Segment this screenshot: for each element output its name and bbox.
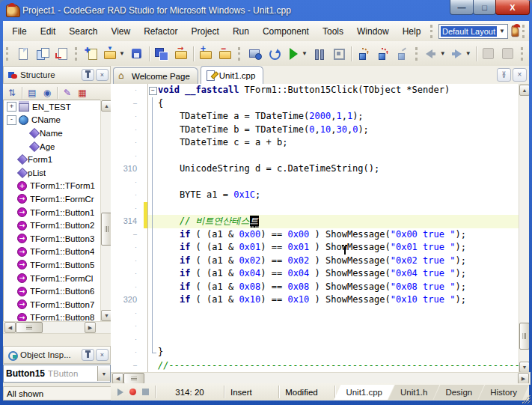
chevron-down-icon[interactable]: ▼ — [302, 50, 308, 57]
code-line[interactable]: · TDateTime c = a + b; — [111, 136, 519, 150]
scroll-up-button[interactable]: ▲ — [519, 85, 529, 96]
run-to-cursor-button[interactable] — [393, 44, 412, 64]
gutter[interactable]: · — [111, 84, 144, 97]
tree-item-tform1-tform1[interactable]: +TForm1::TForm1 — [4, 180, 101, 193]
new-items-button[interactable] — [13, 44, 33, 64]
resize-grip[interactable] — [522, 395, 531, 404]
fold-column[interactable] — [147, 228, 158, 242]
menu-edit[interactable]: Edit — [34, 23, 63, 40]
code-line[interactable]: –{ — [111, 97, 519, 111]
close-button[interactable]: X — [495, 0, 530, 15]
desktop-layout-combo[interactable]: Default Layout ▼ — [438, 24, 508, 39]
structure-close-button[interactable]: × — [96, 69, 108, 81]
collapse-icon[interactable]: - — [7, 115, 16, 125]
menu-view[interactable]: View — [104, 23, 137, 40]
chevron-down-icon[interactable]: ▼ — [497, 28, 507, 34]
file-tab-design[interactable]: Design — [433, 385, 484, 400]
gutter[interactable]: · — [111, 110, 144, 124]
trace-into-button[interactable] — [373, 44, 393, 64]
gutter[interactable]: · — [111, 281, 144, 294]
add-to-project-button[interactable] — [196, 44, 215, 64]
object-inspector-header[interactable]: Object Insp... × — [3, 346, 111, 364]
menu-file[interactable]: File — [5, 23, 33, 40]
macro-stop-button[interactable] — [140, 386, 151, 398]
menu-component[interactable]: Component — [256, 23, 316, 40]
gutter[interactable]: – — [111, 228, 144, 242]
gutter[interactable]: · — [111, 176, 144, 189]
gutter[interactable]: – — [111, 97, 144, 111]
menu-search[interactable]: Search — [62, 23, 104, 40]
file-tab-unit1-h[interactable]: Unit1.h — [388, 385, 439, 400]
menu-refactor[interactable]: Refactor — [137, 23, 184, 40]
scroll-thumb[interactable] — [519, 323, 529, 350]
fold-column[interactable] — [147, 176, 158, 189]
gutter[interactable]: · — [111, 333, 144, 347]
code-line[interactable]: 320 if ( (a1 & 0x10) == 0x10 ) ShowMessa… — [111, 293, 519, 307]
scroll-left-button[interactable]: ◀ — [4, 322, 16, 333]
code-line[interactable]: · if ( (a1 & 0x01) == 0x01 ) ShowMessage… — [111, 241, 519, 255]
tree-item-tform1-button6[interactable]: →TForm1::Button6 — [4, 284, 101, 298]
fold-column[interactable] — [147, 320, 158, 333]
fold-column[interactable] — [147, 307, 158, 320]
back-button[interactable]: ▼ — [423, 44, 448, 64]
title-bar[interactable]: Project1 - CodeGear RAD Studio for Micro… — [0, 0, 532, 21]
forward-button[interactable]: ▼ — [448, 44, 474, 64]
code-line[interactable]: · — [111, 307, 519, 320]
gutter[interactable]: · — [111, 150, 144, 163]
pin-button[interactable] — [82, 349, 94, 361]
gutter[interactable]: · — [111, 202, 144, 216]
use-unit-button[interactable] — [33, 44, 52, 64]
code-line[interactable]: ·} — [111, 346, 519, 359]
gutter[interactable]: · — [111, 255, 144, 268]
error-insight-icon[interactable]: ✎ — [60, 86, 75, 100]
tree-item-tform1-button4[interactable]: →TForm1::Button4 — [4, 246, 101, 259]
code-line[interactable]: 310 UnicodeString d = c.DateTimeString()… — [111, 162, 519, 176]
fold-column[interactable] — [147, 162, 158, 176]
tree-item-cname[interactable]: -CName — [4, 114, 101, 127]
fold-column[interactable] — [147, 255, 158, 268]
code-line[interactable]: ·−void __fastcall TForm1::Button15Click(… — [111, 84, 519, 97]
save-button[interactable] — [127, 44, 147, 64]
tree-item-tform1-button7[interactable]: →TForm1::Button7 — [4, 298, 101, 311]
gutter[interactable]: · — [111, 307, 144, 320]
code-line[interactable]: · if ( (a1 & 0x02) == 0x02 ) ShowMessage… — [111, 255, 519, 268]
code-line[interactable]: · — [111, 333, 519, 347]
code-line[interactable]: 314 // 비트연산테스트 — [111, 215, 519, 228]
step-over-button[interactable] — [354, 44, 373, 64]
sort-alpha-icon[interactable]: ⇅ — [4, 86, 19, 100]
maximize-button[interactable]: □ — [473, 0, 496, 15]
code-line[interactable]: · TDateTime a = TDateTime(2000,1,1); — [111, 110, 519, 124]
gutter[interactable]: – — [111, 359, 144, 373]
tree-item-en-test[interactable]: +EN_TEST — [4, 100, 101, 114]
fold-collapse-icon[interactable]: − — [149, 87, 157, 95]
tree-item-tform1-formcl[interactable]: →TForm1::FormCl — [4, 272, 101, 285]
gutter[interactable]: 320 — [111, 293, 144, 307]
code-editor[interactable]: ·−void __fastcall TForm1::Button15Click(… — [111, 84, 529, 372]
fold-column[interactable] — [147, 241, 158, 255]
fold-column[interactable] — [147, 346, 158, 359]
editor-tab-unit1-cpp[interactable]: Unit1.cpp — [201, 66, 264, 84]
tree-hscrollbar[interactable]: ◀ ▶ — [3, 321, 112, 334]
fold-column[interactable] — [147, 281, 158, 294]
scroll-thumb[interactable] — [123, 373, 144, 384]
menu-window[interactable]: Window — [350, 23, 396, 40]
chevron-down-icon[interactable]: ▼ — [119, 50, 125, 57]
editor-tab-welcome-page[interactable]: ⌂Welcome Page — [113, 67, 198, 84]
program-reset-button[interactable] — [329, 44, 349, 64]
run-button[interactable]: ▼ — [284, 44, 310, 64]
fold-column[interactable] — [147, 110, 158, 124]
scroll-right-button[interactable]: ▶ — [518, 373, 529, 384]
gutter[interactable]: 310 — [111, 162, 144, 176]
open-project-button[interactable] — [171, 44, 191, 64]
scroll-left-button[interactable]: ◀ — [112, 373, 123, 384]
class-view-icon[interactable]: ◉ — [40, 86, 55, 100]
desktop-b-button[interactable] — [498, 44, 518, 64]
remove-file-button[interactable] — [52, 44, 72, 64]
macro-play-button[interactable] — [114, 386, 126, 398]
pause-button[interactable] — [310, 44, 329, 64]
inspector-close-button[interactable]: × — [96, 349, 108, 361]
tree-item-tform1-button1[interactable]: →TForm1::Button1 — [4, 206, 101, 219]
code-line[interactable]: · — [111, 202, 519, 216]
fold-column[interactable] — [147, 97, 158, 111]
minimize-button[interactable]: — — [450, 0, 474, 15]
